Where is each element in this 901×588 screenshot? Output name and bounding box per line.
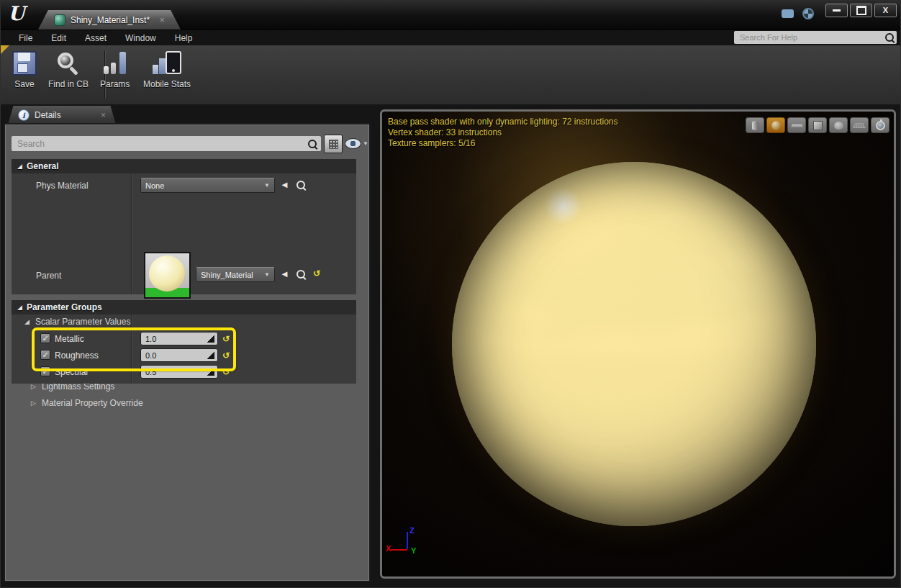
browse-to-asset-icon[interactable] bbox=[296, 181, 305, 189]
expanded-arrow-icon: ◢ bbox=[24, 318, 30, 325]
mesh-icon bbox=[834, 122, 843, 130]
material-sphere-preview bbox=[149, 255, 185, 291]
help-search-input[interactable] bbox=[738, 32, 885, 42]
roughness-checkbox[interactable]: ✓ bbox=[40, 350, 50, 360]
metallic-checkbox[interactable]: ✓ bbox=[40, 333, 50, 343]
column-divider bbox=[131, 315, 132, 384]
y-axis-label: Y bbox=[411, 546, 416, 555]
row-material-property-override[interactable]: ▷ Material Property Override bbox=[31, 398, 143, 408]
section-parameter-groups[interactable]: ◢ Parameter Groups bbox=[12, 300, 356, 315]
roughness-value-field[interactable]: 0.0 bbox=[140, 348, 218, 362]
expanded-arrow-icon: ◢ bbox=[17, 304, 22, 311]
chevron-down-icon: ▼ bbox=[363, 140, 368, 147]
menu-file[interactable]: File bbox=[9, 30, 42, 46]
preview-shape-cube-button[interactable] bbox=[808, 117, 827, 133]
general-rows: Phys Material None ▼ ◄ Parent Shiny_Mate… bbox=[12, 173, 356, 294]
menu-window[interactable]: Window bbox=[116, 30, 166, 46]
preview-shape-cylinder-button[interactable] bbox=[746, 117, 764, 133]
grid-icon bbox=[329, 140, 338, 149]
maximize-icon bbox=[856, 6, 866, 15]
window-controls: X bbox=[825, 4, 897, 17]
details-tab-label: Details bbox=[35, 110, 96, 120]
axis-gizmo: Z Y X bbox=[389, 529, 424, 561]
menu-asset[interactable]: Asset bbox=[76, 30, 116, 46]
metallic-label: Metallic bbox=[55, 334, 84, 344]
material-property-override-label: Material Property Override bbox=[42, 398, 143, 408]
community-icon[interactable] bbox=[802, 8, 814, 19]
corner-accent bbox=[1, 45, 9, 54]
view-options-button[interactable]: ▼ bbox=[345, 138, 368, 149]
browse-to-asset-icon[interactable] bbox=[296, 270, 305, 279]
check-icon: ✓ bbox=[42, 351, 48, 359]
reset-to-default-icon[interactable]: ↺ bbox=[222, 351, 230, 360]
toggle-realtime-button[interactable] bbox=[871, 117, 889, 133]
feedback-bubble-icon[interactable] bbox=[782, 9, 794, 18]
z-axis-line bbox=[407, 532, 408, 549]
menu-help[interactable]: Help bbox=[166, 30, 202, 46]
viewport-toolbar bbox=[746, 117, 889, 133]
realtime-stopwatch-icon bbox=[876, 121, 885, 130]
parent-material-thumbnail[interactable] bbox=[144, 252, 191, 299]
scalar-parameter-rows: ◢ Scalar Parameter Values ✓ Metallic 1.0… bbox=[12, 315, 356, 384]
close-button[interactable]: X bbox=[874, 4, 897, 17]
parent-dropdown[interactable]: Shiny_Material ▼ bbox=[196, 267, 275, 282]
stats-line-base-pass: Base pass shader with only dynamic light… bbox=[388, 117, 618, 127]
preview-sphere[interactable] bbox=[452, 162, 816, 526]
metallic-value-field[interactable]: 1.0 bbox=[140, 332, 218, 345]
find-in-cb-label: Find in CB bbox=[48, 79, 89, 89]
asset-tab-shiny-material-inst[interactable]: Shiny_Material_Inst* × bbox=[38, 10, 181, 30]
params-button[interactable]: Params bbox=[100, 51, 130, 89]
display-filter-button[interactable] bbox=[324, 135, 343, 153]
save-button[interactable]: Save bbox=[12, 51, 37, 89]
specular-value-field[interactable]: 0.5 bbox=[140, 365, 218, 379]
phys-material-dropdown[interactable]: None ▼ bbox=[140, 178, 275, 193]
details-tab-close-icon[interactable]: × bbox=[101, 110, 106, 120]
material-preview-viewport[interactable]: Base pass shader with only dynamic light… bbox=[380, 109, 896, 579]
find-in-cb-button[interactable]: Find in CB bbox=[48, 51, 89, 89]
magnifier-icon bbox=[56, 51, 81, 76]
cube-icon bbox=[813, 121, 823, 130]
preview-shape-sphere-button[interactable] bbox=[766, 117, 785, 133]
metallic-value: 1.0 bbox=[145, 335, 207, 343]
minimize-button[interactable] bbox=[825, 4, 848, 17]
stats-line-texture-samplers: Texture samplers: 5/16 bbox=[388, 138, 618, 149]
roughness-value: 0.0 bbox=[145, 351, 207, 360]
search-icon bbox=[885, 33, 894, 42]
details-search-icon bbox=[308, 140, 317, 148]
details-search-input[interactable] bbox=[16, 138, 308, 150]
preview-shape-plane-button[interactable] bbox=[787, 117, 806, 133]
check-icon: ✓ bbox=[42, 335, 48, 343]
close-icon: X bbox=[883, 6, 888, 14]
toggle-grid-button[interactable] bbox=[850, 117, 869, 133]
slider-handle-icon[interactable] bbox=[207, 335, 214, 343]
x-axis-label: X bbox=[386, 544, 391, 553]
maximize-button[interactable] bbox=[850, 4, 872, 17]
asset-tab-close-icon[interactable]: × bbox=[159, 15, 165, 24]
grid-floor-icon bbox=[853, 123, 866, 128]
reset-to-default-icon[interactable]: ↺ bbox=[222, 368, 230, 376]
bar-chart-icon bbox=[102, 51, 128, 76]
collapsed-arrow-icon: ▷ bbox=[31, 399, 36, 407]
slider-handle-icon[interactable] bbox=[207, 352, 214, 359]
slider-handle-icon[interactable] bbox=[207, 368, 214, 376]
section-general[interactable]: ◢ General bbox=[12, 159, 356, 173]
floppy-disk-icon bbox=[12, 51, 37, 76]
details-info-icon: i bbox=[18, 109, 30, 121]
specular-value: 0.5 bbox=[145, 368, 207, 376]
details-search-box[interactable] bbox=[12, 136, 321, 151]
x-axis-line bbox=[391, 549, 407, 551]
use-selected-asset-icon[interactable]: ◄ bbox=[280, 269, 289, 279]
params-label: Params bbox=[100, 79, 130, 89]
specular-checkbox[interactable]: ✓ bbox=[40, 366, 50, 376]
help-search-box[interactable] bbox=[734, 31, 897, 44]
parameter-groups-title: Parameter Groups bbox=[27, 302, 102, 312]
menu-edit[interactable]: Edit bbox=[42, 30, 76, 46]
use-selected-asset-icon[interactable]: ◄ bbox=[280, 180, 289, 189]
group-scalar-parameter-values[interactable]: ◢ Scalar Parameter Values bbox=[24, 317, 130, 327]
mobile-stats-button[interactable]: Mobile Stats bbox=[143, 51, 191, 89]
general-title: General bbox=[27, 161, 59, 171]
reset-to-default-icon[interactable]: ↺ bbox=[313, 269, 320, 278]
tab-details[interactable]: i Details × bbox=[8, 106, 116, 125]
preview-custom-mesh-button[interactable] bbox=[829, 117, 848, 133]
reset-to-default-icon[interactable]: ↺ bbox=[222, 335, 230, 343]
